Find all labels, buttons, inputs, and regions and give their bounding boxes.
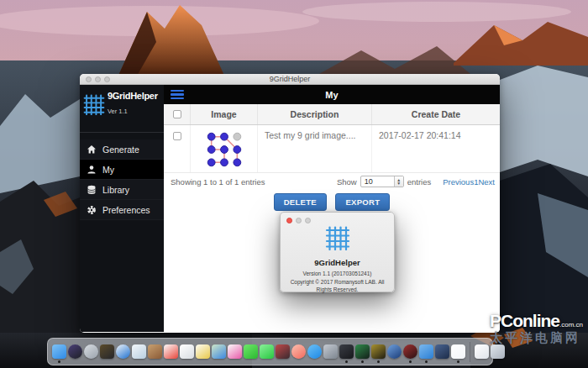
reminders-icon[interactable] — [180, 341, 194, 363]
window-titlebar[interactable]: 9GridHelper — [80, 74, 500, 85]
sidebar-item-preferences[interactable]: Preferences — [80, 200, 164, 220]
running-indicator — [361, 360, 364, 363]
calendar-icon[interactable] — [164, 341, 178, 363]
sidebar-item-label: Preferences — [102, 205, 150, 215]
trash-icon[interactable] — [491, 341, 505, 363]
text-editor-icon[interactable] — [435, 341, 449, 363]
maps-icon[interactable] — [212, 341, 226, 363]
table-row[interactable]: Test my 9 grid image.... 2017-02-17 20:4… — [164, 125, 500, 173]
about-copyright: Copyright © 2017 Romanysoft LAB. All Rig… — [281, 279, 394, 294]
about-minimize-button — [296, 218, 302, 223]
row-create-date: 2017-02-17 20:41:14 — [372, 125, 500, 172]
running-indicator — [457, 360, 459, 363]
launchpad-icon — [84, 344, 98, 359]
sidebar-item-generate[interactable]: Generate — [80, 139, 164, 160]
database-icon — [87, 185, 97, 195]
app-store-icon — [307, 344, 322, 359]
minimize-button[interactable] — [95, 76, 101, 82]
home-icon — [87, 145, 97, 155]
preview-icon[interactable] — [132, 341, 146, 363]
messages-icon[interactable] — [244, 341, 258, 363]
dashboard-icon[interactable] — [100, 341, 114, 363]
itunes-icon[interactable] — [291, 341, 306, 363]
zoom-button[interactable] — [104, 76, 110, 82]
desktop: 9GridHelper 9GridHelper — [0, 0, 588, 368]
globe-app-icon — [387, 344, 402, 359]
system-preferences-icon[interactable] — [323, 341, 338, 363]
row-image-cell — [191, 125, 258, 172]
terminal-icon — [339, 344, 354, 359]
contacts-icon — [148, 344, 162, 359]
previous-page-link[interactable]: Previous — [443, 177, 474, 187]
photo-booth-icon[interactable] — [276, 341, 290, 363]
page-size-select[interactable]: 10 ▲▼ — [360, 176, 404, 187]
select-all-checkbox[interactable] — [173, 110, 181, 118]
main-window: 9GridHelper 9GridHelper — [80, 74, 500, 333]
dock — [47, 338, 493, 365]
globe-app-icon[interactable] — [387, 341, 402, 363]
close-button[interactable] — [86, 76, 92, 82]
traffic-lights — [86, 76, 110, 82]
sidebar-item-label: My — [102, 165, 114, 175]
photo-booth-icon — [276, 344, 290, 359]
code-editor-icon[interactable] — [419, 341, 433, 363]
next-page-link[interactable]: Next — [478, 177, 495, 187]
dvd-player-icon[interactable] — [403, 341, 417, 363]
running-indicator — [377, 360, 380, 363]
content-area: My Image Description Create Date — [164, 85, 500, 332]
terminal-green-icon — [355, 344, 370, 359]
ninegrid-logo-icon — [83, 93, 105, 115]
safari-icon[interactable] — [116, 341, 130, 363]
trash-icon — [491, 344, 505, 359]
calendar-icon — [164, 344, 178, 359]
user-icon — [87, 165, 97, 175]
about-dialog: 9GridHelper Version 1.1 (201703051241) C… — [280, 212, 395, 292]
window-title: 9GridHelper — [270, 75, 311, 83]
terminal-icon[interactable] — [339, 341, 354, 363]
finder-icon[interactable] — [52, 341, 66, 363]
running-indicator — [345, 360, 348, 363]
system-preferences-icon — [323, 344, 338, 359]
records-table: Image Description Create Date — [164, 104, 500, 173]
finder-icon — [52, 344, 66, 359]
ninegridhelper-dock-icon[interactable] — [451, 341, 465, 363]
about-version: Version 1.1 (201703051241) — [281, 271, 394, 276]
sidebar: 9GridHelper Ver 1.1 Generate — [80, 85, 164, 332]
maps-icon — [212, 344, 226, 359]
terminal-yellow-icon[interactable] — [371, 341, 386, 363]
sidebar-app-version: Ver 1.1 — [108, 108, 158, 115]
about-close-button[interactable] — [286, 218, 292, 223]
column-header-image[interactable]: Image — [191, 104, 258, 124]
documents-stack-icon[interactable] — [475, 341, 489, 363]
table-header-row: Image Description Create Date — [164, 104, 500, 125]
sidebar-item-my[interactable]: My — [80, 160, 164, 180]
export-button[interactable]: EXPORT — [335, 193, 390, 211]
about-traffic-lights — [286, 218, 311, 223]
delete-button[interactable]: DELETE — [274, 193, 327, 211]
select-stepper-icon: ▲▼ — [394, 176, 403, 187]
gear-icon — [87, 205, 97, 215]
launchpad-icon[interactable] — [84, 341, 98, 363]
column-header-create-date[interactable]: Create Date — [372, 104, 500, 124]
about-app-logo-icon — [324, 223, 351, 250]
contacts-icon[interactable] — [148, 341, 162, 363]
terminal-yellow-icon — [371, 344, 386, 359]
column-header-description[interactable]: Description — [258, 104, 372, 124]
sidebar-item-label: Library — [102, 185, 129, 195]
app-store-icon[interactable] — [307, 341, 322, 363]
documents-stack-icon — [475, 344, 489, 359]
code-editor-icon — [419, 344, 433, 359]
ninegrid-pattern-thumbnail — [205, 130, 244, 169]
terminal-green-icon[interactable] — [355, 341, 370, 363]
sidebar-item-library[interactable]: Library — [80, 180, 164, 200]
itunes-icon — [291, 344, 306, 359]
page-title: My — [164, 90, 500, 100]
running-indicator — [425, 360, 428, 363]
row-checkbox[interactable] — [173, 132, 181, 140]
siri-icon[interactable] — [68, 341, 82, 363]
notes-icon[interactable] — [196, 341, 210, 363]
safari-icon — [116, 344, 130, 359]
photos-icon[interactable] — [228, 341, 242, 363]
dvd-player-icon — [403, 344, 417, 359]
facetime-icon[interactable] — [260, 341, 274, 363]
